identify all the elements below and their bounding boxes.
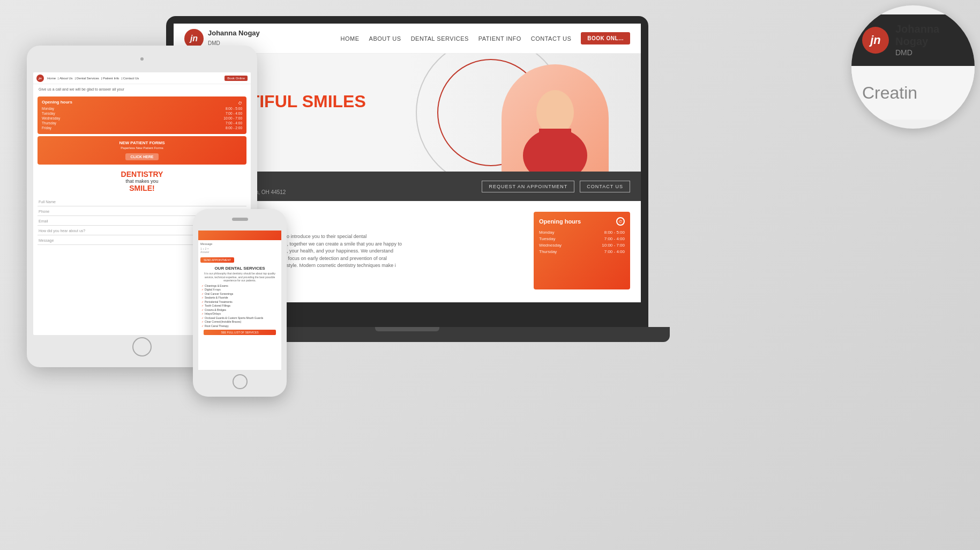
phone-answer-label: Answer [200, 250, 279, 254]
click-here-btn[interactable]: CLICK HERE [125, 153, 159, 160]
tablet-opening-thursday: Thursday 7:00 - 4:00 [42, 121, 242, 125]
phone-send-btn[interactable]: SEND APPOINTMENT [200, 257, 234, 263]
form-field-fullname[interactable]: Full Name [38, 198, 246, 206]
infobar-buttons: REQUEST AN APPOINTMENT CONTACT US [482, 181, 630, 192]
phone-service-10: ✓ Clear Correct(Invisible Braces) [200, 320, 279, 323]
tablet-camera [140, 57, 144, 61]
tab-nav-dental: | Dental Services [75, 77, 99, 80]
tab-nav-about: | About Us [58, 77, 73, 80]
clock-icon: ⏱ [616, 217, 625, 226]
site-opening-hours: Opening hours ⏱ Monday 8:00 - 5:00 Tuesd… [534, 212, 630, 289]
phone-service-7: ✓ Crowns & Bridges [200, 308, 279, 311]
doctor-title: DMD [208, 40, 220, 46]
opening-day-monday: Monday [539, 230, 554, 235]
tab-nav-contact: | Contact Us [121, 77, 139, 80]
opening-row-tuesday: Tuesday 7:00 - 4:00 [539, 236, 625, 241]
request-appointment-button[interactable]: REQUEST AN APPOINTMENT [482, 181, 574, 192]
phone-service-4: ✓ Sealants & Fluoride [200, 296, 279, 299]
phone-camera [232, 218, 248, 221]
phone-message-label: Message [200, 242, 279, 246]
zoom-circle-inner: jn Johanna Nogay DMD Creatin [851, 14, 975, 120]
dentistry-line3: SMILE! [41, 184, 243, 192]
tablet-topbar: jn Home | About Us | Dental Services | P… [33, 72, 251, 84]
phone-see-all-btn[interactable]: SEE FULL LIST OF SERVICES [204, 330, 276, 335]
new-patient-subtitle: Paperless New Patient Forms [42, 146, 242, 150]
zoom-hero-partial: Creatin [862, 83, 917, 103]
doctor-name: Johanna Nogay [208, 29, 260, 37]
hero-person [502, 64, 609, 172]
phone-service-5: ✓ Periodontal Treatments [200, 300, 279, 303]
phone-service-6: ✓ Tooth Colored Fillings [200, 304, 279, 307]
contact-us-button[interactable]: CONTACT US [580, 181, 630, 192]
tab-nav-home: Home [47, 77, 56, 80]
svg-point-0 [536, 90, 574, 135]
phone-service-11: ✓ Root Canal Therapy [200, 324, 279, 328]
phone-screen: Message 1 + 2 = Answer SEND APPOINTMENT … [198, 231, 281, 370]
dentistry-line1: DENTISTRY [41, 170, 243, 179]
hero-person-illustration [507, 70, 603, 172]
opening-row-wednesday: Wednesday 10:00 - 7:00 [539, 243, 625, 248]
tablet-logo: jn [36, 75, 44, 82]
logo-letter: jn [190, 34, 198, 43]
tablet-opening-hours: Opening hours ⏱ Monday 8:00 - 5:00 Tuesd… [38, 96, 246, 134]
tablet-hero-text: Give us a call and we will be glad to an… [33, 84, 251, 94]
opening-hours-wednesday: 10:00 - 7:00 [602, 243, 625, 248]
tablet-book-btn[interactable]: Book Online [225, 76, 248, 81]
tablet-opening-tuesday: Tuesday 7:00 - 4:00 [42, 112, 242, 115]
tablet-home-button[interactable] [132, 337, 152, 356]
tablet-new-patient: NEW PATIENT FORMS Paperless New Patient … [38, 136, 246, 165]
zoom-logo: jn [862, 27, 889, 54]
phone-content: Message 1 + 2 = Answer SEND APPOINTMENT … [198, 240, 281, 339]
tab-nav-patient: | Patient Info [101, 77, 119, 80]
opening-hours-thursday: 7:00 - 4:00 [604, 249, 625, 254]
phone-service-3: ✓ Oral Cancer Screenings [200, 292, 279, 295]
tablet-dentistry-tagline: DENTISTRY that makes you SMILE! [38, 167, 246, 196]
phone-frame: Message 1 + 2 = Answer SEND APPOINTMENT … [193, 209, 287, 397]
phone-service-9: ✓ Occlusal Guards & Custom Sports Mouth … [200, 316, 279, 319]
opening-row-thursday: Thursday 7:00 - 4:00 [539, 249, 625, 254]
zoom-circle: jn Johanna Nogay DMD Creatin [851, 5, 975, 129]
zoom-doctor-title: DMD [895, 48, 912, 57]
opening-day-tuesday: Tuesday [539, 236, 555, 241]
tablet-opening-friday: Friday 8:00 - 2:00 [42, 126, 242, 130]
phone-topbar [198, 231, 281, 240]
phone-home-button[interactable] [233, 374, 248, 389]
phone-services-subtitle: It is our philosophy that dentistry shou… [200, 272, 279, 283]
opening-header: Opening hours ⏱ [539, 217, 625, 226]
tablet-opening-title: Opening hours [42, 100, 72, 105]
nav-book[interactable]: BOOK ONL... [581, 32, 630, 44]
nav-home[interactable]: HOME [341, 35, 360, 42]
opening-day-wednesday: Wednesday [539, 243, 562, 248]
phone-device: Message 1 + 2 = Answer SEND APPOINTMENT … [193, 209, 287, 397]
opening-row-monday: Monday 8:00 - 5:00 [539, 230, 625, 235]
tablet-nav: Home | About Us | Dental Services | Pati… [47, 77, 139, 80]
nav-contact[interactable]: CONTACT US [531, 35, 572, 42]
nav-patient[interactable]: PATIENT INFO [478, 35, 521, 42]
tablet-opening-wednesday: Wednesday 10:00 - 7:00 [42, 116, 242, 120]
logo-text: Johanna Nogay DMD [208, 29, 260, 47]
phone-service-2: ✓ Digital X-rays [200, 288, 279, 291]
opening-hours-tuesday: 7:00 - 4:00 [604, 236, 625, 241]
dentistry-line2: that makes you [41, 179, 243, 184]
nav-dental[interactable]: DENTAL SERVICES [411, 35, 469, 42]
opening-title: Opening hours [539, 218, 581, 225]
phone-service-1: ✓ Cleanings & Exams [200, 284, 279, 287]
opening-day-thursday: Thursday [539, 249, 557, 254]
zoom-text: Johanna Nogay DMD [895, 23, 964, 57]
svg-rect-2 [539, 129, 571, 161]
new-patient-title: NEW PATIENT FORMS [42, 140, 242, 145]
opening-hours-monday: 8:00 - 5:00 [604, 230, 625, 235]
zoom-doctor-name: Johanna Nogay [895, 23, 964, 48]
phone-services-title: OUR DENTAL SERVICES [200, 266, 279, 271]
tablet-opening-monday: Monday 8:00 - 5:00 [42, 107, 242, 110]
site-nav: HOME ABOUT US DENTAL SERVICES PATIENT IN… [341, 32, 630, 44]
phone-service-8: ✓ Inlays/Onlays [200, 312, 279, 315]
nav-about[interactable]: ABOUT US [369, 35, 401, 42]
